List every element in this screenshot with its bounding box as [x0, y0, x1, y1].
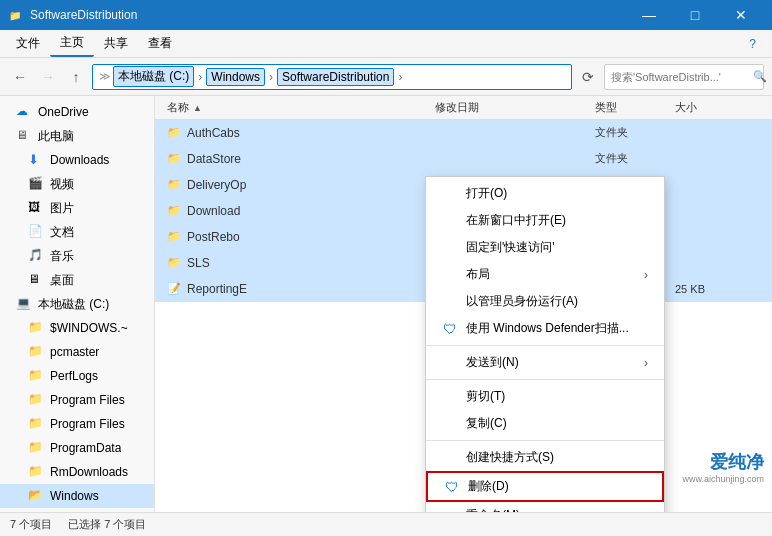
sidebar-item-perflogs[interactable]: 📁 PerfLogs [0, 364, 154, 388]
breadcrumb-localdisk[interactable]: 本地磁盘 (C:) [113, 66, 194, 87]
sidebar-item-onedrive[interactable]: ☁ OneDrive [0, 100, 154, 124]
ctx-rename-label: 重命名(M) [466, 507, 520, 512]
sidebar-item-documents[interactable]: 📄 文档 [0, 220, 154, 244]
ctx-defender[interactable]: 🛡 使用 Windows Defender扫描... [426, 315, 664, 342]
ctx-admin-label: 以管理员身份运行(A) [466, 293, 578, 310]
sidebar-item-videos[interactable]: 🎬 视频 [0, 172, 154, 196]
ctx-layout[interactable]: 布局 [426, 261, 664, 288]
sidebar-label-perflogs: PerfLogs [50, 369, 98, 383]
sidebar-item-programfiles2[interactable]: 📁 Program Files [0, 412, 154, 436]
refresh-button[interactable]: ⟳ [576, 65, 600, 89]
ctx-delete[interactable]: 🛡 删除(D) [426, 471, 664, 502]
drive-icon: 💻 [16, 296, 32, 312]
menu-help[interactable]: ? [739, 33, 766, 55]
ctx-run-admin[interactable]: 以管理员身份运行(A) [426, 288, 664, 315]
sidebar-label-pf2: Program Files [50, 417, 125, 431]
ctx-copy[interactable]: 复制(C) [426, 410, 664, 437]
menu-file[interactable]: 文件 [6, 31, 50, 56]
sidebar-label-onedrive: OneDrive [38, 105, 89, 119]
ctx-cut[interactable]: 剪切(T) [426, 383, 664, 410]
ctx-open-new-label: 在新窗口中打开(E) [466, 212, 566, 229]
breadcrumb-softwaredist[interactable]: SoftwareDistribution [277, 68, 394, 86]
sidebar-label-music: 音乐 [50, 248, 74, 265]
minimize-button[interactable]: — [626, 0, 672, 30]
sidebar-item-programfiles1[interactable]: 📁 Program Files [0, 388, 154, 412]
file-name: AuthCabs [187, 126, 240, 140]
sidebar-item-music[interactable]: 🎵 音乐 [0, 244, 154, 268]
folder-icon-win: 📂 [28, 488, 44, 504]
search-icon: 🔍 [753, 70, 767, 83]
music-icon: 🎵 [28, 248, 44, 264]
cut-icon [442, 389, 458, 405]
folder-icon: 📁 [167, 204, 181, 217]
sidebar-label-pcmaster: pcmaster [50, 345, 99, 359]
column-date[interactable]: 修改日期 [435, 100, 595, 115]
maximize-button[interactable]: □ [672, 0, 718, 30]
search-input[interactable] [611, 71, 749, 83]
defender-icon: 🛡 [442, 321, 458, 337]
pc-icon: 🖥 [16, 128, 32, 144]
ctx-open-new-window[interactable]: 在新窗口中打开(E) [426, 207, 664, 234]
column-type[interactable]: 类型 [595, 100, 675, 115]
rename-icon [442, 508, 458, 513]
ctx-open[interactable]: 打开(O) [426, 180, 664, 207]
file-list-header: 名称 ▲ 修改日期 类型 大小 [155, 96, 772, 120]
sidebar-item-desktop[interactable]: 🖥 桌面 [0, 268, 154, 292]
column-size[interactable]: 大小 [675, 100, 772, 115]
close-button[interactable]: ✕ [718, 0, 764, 30]
sidebar-item-rmdownloads[interactable]: 📁 RmDownloads [0, 460, 154, 484]
context-menu: 打开(O) 在新窗口中打开(E) 固定到'快速访问' 布局 以管理员身份运行(A… [425, 176, 665, 512]
file-name: DeliveryOp [187, 178, 246, 192]
search-box[interactable]: 🔍 [604, 64, 764, 90]
sidebar-label-localdisk: 本地磁盘 (C:) [38, 296, 109, 313]
title-bar-icons: 📁 [8, 8, 22, 22]
sidebar-item-programdata[interactable]: 📁 ProgramData [0, 436, 154, 460]
ctx-rename[interactable]: 重命名(M) [426, 502, 664, 512]
table-row[interactable]: 📁DataStore 文件夹 [155, 146, 772, 172]
ctx-defender-label: 使用 Windows Defender扫描... [466, 320, 629, 337]
menu-home[interactable]: 主页 [50, 30, 94, 57]
breadcrumb: ≫ 本地磁盘 (C:) › Windows › SoftwareDistribu… [99, 66, 404, 87]
copy-icon [442, 416, 458, 432]
forward-button[interactable]: → [36, 65, 60, 89]
file-size: 25 KB [675, 283, 772, 295]
up-button[interactable]: ↑ [64, 65, 88, 89]
ctx-send-label: 发送到(N) [466, 354, 519, 371]
menu-share[interactable]: 共享 [94, 31, 138, 56]
open-new-icon [442, 213, 458, 229]
ctx-pin-quick[interactable]: 固定到'快速访问' [426, 234, 664, 261]
ctx-delete-label: 删除(D) [468, 478, 509, 495]
window-title: SoftwareDistribution [30, 8, 626, 22]
ctx-send-to[interactable]: 发送到(N) [426, 349, 664, 376]
sidebar-item-pictures[interactable]: 🖼 图片 [0, 196, 154, 220]
breadcrumb-windows[interactable]: Windows [206, 68, 265, 86]
table-row[interactable]: 📁AuthCabs 文件夹 [155, 120, 772, 146]
column-name[interactable]: 名称 ▲ [155, 100, 435, 115]
sidebar-item-pcmaster[interactable]: 📁 pcmaster [0, 340, 154, 364]
folder-icon-perflogs: 📁 [28, 368, 44, 384]
sidebar: ☁ OneDrive 🖥 此电脑 ⬇ Downloads 🎬 视频 🖼 图片 📄… [0, 96, 155, 512]
sidebar-item-localdisk[interactable]: 💻 本地磁盘 (C:) [0, 292, 154, 316]
watermark: 爱纯净 www.aichunjing.com [682, 450, 764, 484]
address-bar[interactable]: ≫ 本地磁盘 (C:) › Windows › SoftwareDistribu… [92, 64, 572, 90]
watermark-url: www.aichunjing.com [682, 474, 764, 484]
onedrive-icon: ☁ [16, 104, 32, 120]
sidebar-item-thispc[interactable]: 🖥 此电脑 [0, 124, 154, 148]
file-name: SLS [187, 256, 210, 270]
sidebar-label-desktop: 桌面 [50, 272, 74, 289]
sidebar-item-windows[interactable]: 📁 $WINDOWS.~ [0, 316, 154, 340]
folder-icon-pcmaster: 📁 [28, 344, 44, 360]
folder-icon: 📁 [167, 256, 181, 269]
documents-icon: 📄 [28, 224, 44, 240]
window-icon-small: 📁 [8, 8, 22, 22]
ctx-create-shortcut[interactable]: 创建快捷方式(S) [426, 444, 664, 471]
ctx-cut-label: 剪切(T) [466, 388, 505, 405]
back-button[interactable]: ← [8, 65, 32, 89]
menu-view[interactable]: 查看 [138, 31, 182, 56]
sidebar-item-windows-selected[interactable]: 📂 Windows [0, 484, 154, 508]
sidebar-label-thispc: 此电脑 [38, 128, 74, 145]
send-icon [442, 355, 458, 371]
sidebar-item-downloads[interactable]: ⬇ Downloads [0, 148, 154, 172]
pin-icon [442, 240, 458, 256]
sort-arrow: ▲ [193, 103, 202, 113]
